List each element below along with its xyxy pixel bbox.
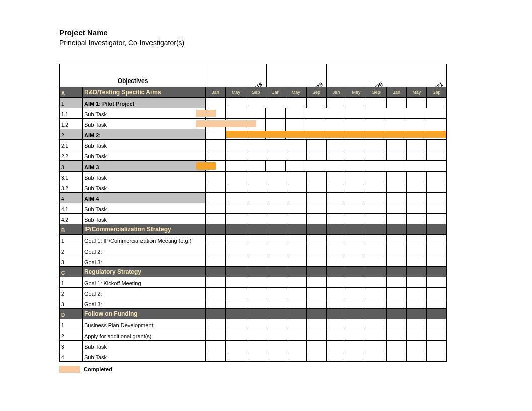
timeline-column	[346, 224, 366, 234]
timeline-column	[346, 235, 366, 245]
timeline-column	[286, 351, 307, 361]
task-row: 1.2Sub Task	[60, 119, 446, 129]
timeline-column	[346, 193, 366, 203]
timeline-column	[387, 341, 407, 351]
timeline-column	[286, 341, 307, 351]
timeline-column	[406, 108, 426, 118]
timeline-column	[387, 351, 407, 361]
row-timeline	[206, 203, 446, 213]
timeline-column	[407, 298, 427, 308]
row-label: Business Plan Development	[83, 319, 206, 330]
row-label: Regulatory Strategy	[83, 267, 206, 277]
timeline-column	[427, 182, 446, 192]
timeline-column	[266, 172, 286, 182]
timeline-column	[346, 182, 366, 192]
timeline-column	[346, 309, 366, 319]
task-row: 4.2Sub Task	[60, 214, 446, 224]
row-label: Sub Task	[83, 203, 206, 213]
timeline-column	[226, 267, 246, 277]
timeline-column	[407, 245, 427, 256]
row-id: 1.1	[60, 108, 83, 118]
task-row: 2Goal 2:	[60, 245, 446, 256]
timeline-column	[306, 119, 326, 129]
timeline-column	[387, 267, 407, 277]
timeline-column	[407, 214, 427, 224]
timeline-column	[307, 309, 327, 319]
row-id: A	[60, 87, 83, 97]
row-timeline	[206, 235, 446, 245]
timeline-column	[366, 119, 387, 129]
row-timeline	[206, 288, 446, 298]
timeline-column	[407, 288, 427, 298]
timeline-column	[206, 224, 226, 234]
timeline-column	[346, 245, 366, 256]
timeline-column	[387, 245, 407, 256]
timeline-column	[226, 256, 246, 266]
timeline-column	[206, 182, 226, 192]
timeline-column	[226, 288, 246, 298]
timeline-column	[327, 256, 347, 266]
row-id: C	[60, 267, 83, 277]
row-id: 3.2	[60, 182, 83, 192]
timeline-column	[407, 277, 427, 287]
timeline-column	[406, 119, 426, 129]
row-timeline	[206, 193, 446, 203]
row-id: 2	[60, 245, 83, 256]
timeline-column	[307, 351, 327, 361]
timeline-column	[246, 150, 266, 160]
timeline-column	[266, 193, 286, 203]
timeline-column	[346, 214, 366, 224]
timeline-column	[326, 119, 346, 129]
timeline-column	[266, 98, 286, 108]
timeline-column	[407, 256, 427, 266]
timeline-column	[366, 224, 387, 234]
timeline-column	[387, 256, 407, 266]
timeline-column	[246, 214, 266, 224]
row-timeline	[206, 98, 446, 108]
timeline-column	[226, 150, 246, 160]
timeline-column	[346, 277, 366, 287]
timeline-column	[326, 161, 346, 171]
gantt-bar	[196, 162, 216, 170]
timeline-column	[346, 108, 366, 118]
row-id: 3	[60, 256, 83, 266]
timeline-column: Sep	[307, 87, 327, 97]
task-row: 3Goal 3:	[60, 256, 446, 267]
timeline-column	[226, 330, 246, 340]
row-label: AIM 4	[83, 193, 206, 203]
row-timeline	[206, 330, 446, 340]
timeline-column	[327, 298, 347, 308]
row-label: Follow on Funding	[83, 309, 206, 319]
timeline-column	[286, 256, 307, 266]
timeline-column	[427, 98, 446, 108]
row-label: Goal 3:	[83, 298, 206, 308]
row-label: Goal 2:	[83, 245, 206, 256]
timeline-column	[346, 319, 366, 330]
timeline-column	[226, 193, 246, 203]
task-row: 3Goal 3:	[60, 298, 446, 309]
row-label: AIM 2:	[83, 129, 206, 139]
timeline-column	[327, 309, 347, 319]
timeline-column	[266, 288, 286, 298]
gantt-bar	[196, 120, 256, 127]
timeline-column	[307, 277, 327, 287]
timeline-column	[427, 245, 446, 256]
timeline-column	[226, 298, 246, 308]
timeline-column	[246, 277, 266, 287]
timeline-column	[327, 319, 347, 330]
timeline-column	[266, 309, 286, 319]
timeline-column	[346, 172, 366, 182]
section-header-row: AR&D/Testing Specific AimsJanMaySepJanMa…	[60, 87, 446, 98]
task-row: 3AIM 3	[60, 161, 446, 172]
timeline-column	[206, 330, 226, 340]
timeline-column	[327, 224, 347, 234]
timeline-column	[286, 277, 307, 287]
row-id: 2.1	[60, 140, 83, 150]
timeline-column	[286, 267, 307, 277]
timeline-column	[266, 256, 286, 266]
timeline-column	[366, 277, 387, 287]
timeline-column	[246, 203, 266, 213]
timeline-column: Sep	[427, 87, 446, 97]
objectives-header-label: Objectives	[60, 64, 206, 87]
timeline-column	[366, 172, 387, 182]
